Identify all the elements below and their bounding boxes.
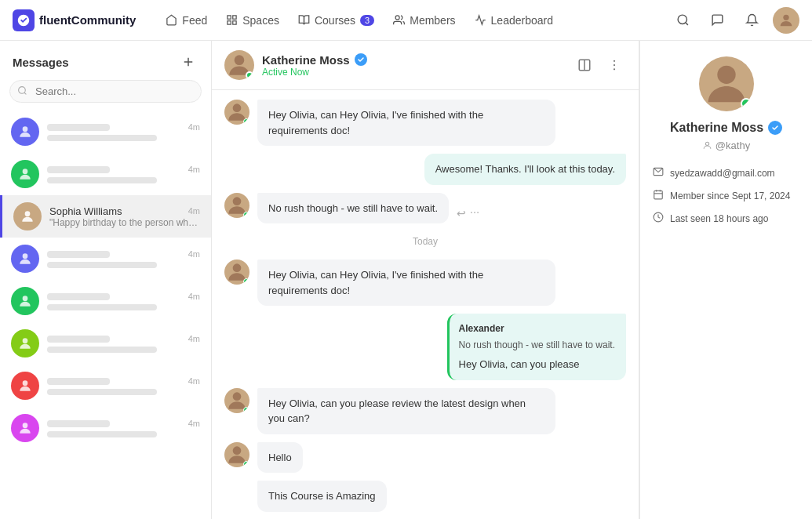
svg-point-13 bbox=[23, 169, 28, 174]
nav-members[interactable]: Members bbox=[385, 9, 463, 31]
contact-time: 4m bbox=[188, 122, 200, 132]
svg-point-12 bbox=[23, 126, 28, 132]
message-avatar bbox=[224, 100, 249, 125]
new-message-button[interactable] bbox=[178, 52, 198, 72]
avatar bbox=[11, 245, 39, 273]
svg-point-34 bbox=[717, 66, 735, 84]
logo-text: fluentCommunity bbox=[39, 13, 136, 27]
message-row: Hey Olivia, can Hey Olivia, I've finishe… bbox=[224, 260, 626, 306]
chat-button[interactable] bbox=[704, 7, 730, 34]
member-since-text: Member since Sept 17, 2024 bbox=[670, 191, 790, 201]
message-row: This Course is Amazing bbox=[257, 481, 626, 512]
contact-time: 4m bbox=[188, 419, 200, 428]
skeleton-name bbox=[47, 124, 110, 131]
search-box bbox=[9, 80, 202, 103]
skeleton-preview bbox=[47, 431, 157, 437]
notifications-button[interactable] bbox=[738, 7, 765, 34]
clock-icon bbox=[653, 212, 664, 225]
verified-icon bbox=[355, 53, 367, 66]
main-nav: Feed Spaces Courses 3 Members Leaderboar… bbox=[158, 9, 561, 31]
svg-rect-0 bbox=[228, 16, 231, 19]
message-bubble: Hey Olivia, can Hey Olivia, I've finishe… bbox=[257, 260, 555, 306]
list-item[interactable]: 4m bbox=[0, 280, 211, 322]
skeleton-preview bbox=[47, 135, 157, 141]
search-input[interactable] bbox=[9, 80, 202, 103]
search-icon bbox=[17, 85, 27, 98]
right-panel: Katherine Moss @kathy syedzawadd@gmail.c… bbox=[639, 41, 812, 519]
email-text: syedzawadd@gmail.com bbox=[670, 168, 775, 179]
message-row: Hello bbox=[224, 442, 626, 474]
list-item[interactable]: 4m bbox=[0, 365, 211, 407]
svg-point-18 bbox=[23, 380, 28, 386]
messages-sidebar: Messages 4m bbox=[0, 41, 212, 519]
svg-line-6 bbox=[685, 23, 687, 25]
svg-point-25 bbox=[614, 68, 615, 70]
search-button[interactable] bbox=[669, 7, 696, 34]
nav-right bbox=[669, 7, 799, 34]
svg-point-23 bbox=[614, 60, 615, 62]
avatar bbox=[11, 287, 39, 315]
contact-time: 4m bbox=[188, 165, 200, 174]
profile-name: Katherine Moss bbox=[670, 121, 782, 135]
message-online-dot bbox=[243, 407, 249, 413]
message-bubble: No rush though - we still have to wait. bbox=[257, 193, 449, 224]
chat-name-text: Katherine Moss bbox=[262, 53, 350, 67]
contact-time: 4m bbox=[188, 292, 200, 301]
nav-leaderboard[interactable]: Leaderboard bbox=[467, 9, 561, 31]
nav-feed[interactable]: Feed bbox=[158, 9, 215, 31]
message-row: Hey Olivia, can Hey Olivia, I've finishe… bbox=[224, 100, 626, 146]
user-avatar-button[interactable] bbox=[773, 7, 799, 34]
skeleton-preview bbox=[47, 177, 157, 183]
contact-info: 4m bbox=[47, 334, 200, 353]
chat-area: Katherine Moss Active Now bbox=[212, 41, 639, 519]
profile-member-since: Member since Sept 17, 2024 bbox=[653, 187, 799, 205]
message-bubble: Hey Olivia, can Hey Olivia, I've finishe… bbox=[257, 100, 555, 146]
layout-icon[interactable] bbox=[573, 53, 596, 77]
avatar bbox=[11, 118, 39, 146]
svg-point-17 bbox=[23, 338, 28, 343]
reply-button[interactable]: ↩ bbox=[457, 207, 466, 220]
avatar bbox=[11, 329, 39, 357]
skeleton-preview bbox=[47, 304, 157, 310]
nav-courses-label: Courses bbox=[315, 14, 355, 27]
contact-sophia-williams[interactable]: Sophia Williams 4m "Happy birthday to th… bbox=[0, 195, 211, 238]
list-item[interactable]: 4m bbox=[0, 238, 211, 280]
svg-point-19 bbox=[23, 423, 28, 428]
contact-info: 4m bbox=[47, 376, 200, 395]
svg-point-7 bbox=[783, 14, 788, 20]
svg-point-27 bbox=[233, 197, 242, 205]
svg-rect-3 bbox=[233, 21, 236, 24]
nav-spaces[interactable]: Spaces bbox=[218, 9, 287, 31]
message-avatar bbox=[224, 442, 249, 467]
list-item[interactable]: 4m bbox=[0, 111, 211, 153]
logo[interactable]: fluentCommunity bbox=[13, 9, 136, 31]
profile-username: @kathy bbox=[702, 140, 750, 151]
message-actions: ↩ bbox=[457, 207, 480, 220]
nav-spaces-label: Spaces bbox=[242, 14, 279, 27]
svg-point-10 bbox=[19, 86, 26, 93]
contact-time: 4m bbox=[188, 376, 200, 386]
list-item[interactable]: 4m bbox=[0, 153, 211, 195]
more-options-button[interactable] bbox=[603, 53, 626, 77]
message-avatar bbox=[224, 193, 249, 218]
message-online-dot bbox=[243, 278, 249, 285]
top-navigation: fluentCommunity Feed Spaces Courses 3 Me… bbox=[0, 0, 812, 41]
list-item[interactable]: 4m bbox=[0, 322, 211, 365]
list-item[interactable]: 4m bbox=[0, 407, 211, 449]
svg-point-32 bbox=[233, 392, 242, 401]
contact-time: 4m bbox=[188, 249, 200, 259]
svg-point-16 bbox=[23, 296, 28, 301]
skeleton-name bbox=[47, 336, 110, 343]
sidebar-header: Messages bbox=[0, 41, 211, 80]
nav-feed-label: Feed bbox=[182, 14, 207, 27]
skeleton-name bbox=[47, 251, 110, 258]
message-online-dot bbox=[243, 118, 249, 125]
profile-email: syedzawadd@gmail.com bbox=[653, 164, 799, 182]
more-message-button[interactable] bbox=[469, 207, 480, 220]
skeleton-name bbox=[47, 420, 110, 427]
svg-line-11 bbox=[24, 93, 26, 94]
contact-preview-text: "Happy birthday to the person who alwa..… bbox=[49, 217, 200, 228]
avatar bbox=[11, 372, 39, 400]
calendar-icon bbox=[653, 189, 664, 202]
nav-courses[interactable]: Courses 3 bbox=[290, 9, 382, 31]
